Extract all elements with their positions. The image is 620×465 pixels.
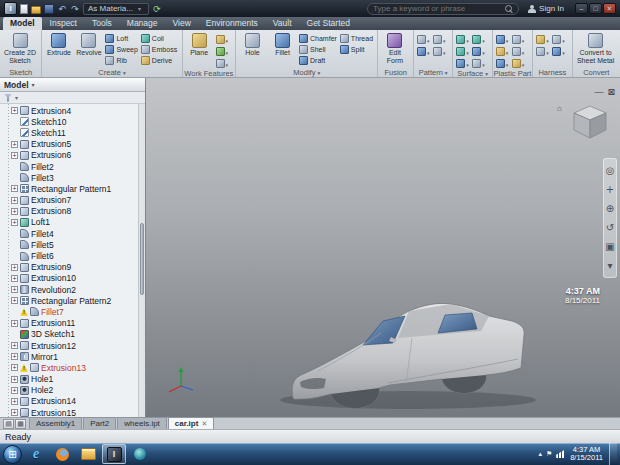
snap-fit-icon[interactable]	[512, 46, 527, 57]
expand-icon[interactable]	[11, 320, 18, 327]
tree-item[interactable]: Hole1	[4, 374, 145, 385]
tree-item[interactable]: Fillet2	[4, 161, 145, 172]
material-dropdown[interactable]: As Materia... ▾	[83, 3, 149, 15]
action-center-icon[interactable]: ⚑	[546, 450, 552, 458]
expand-icon[interactable]	[11, 376, 18, 383]
tile-windows-icon[interactable]	[15, 419, 26, 429]
grille-icon[interactable]	[496, 34, 511, 45]
pan-icon[interactable]: +	[604, 180, 616, 199]
fillet-button[interactable]: Fillet	[269, 32, 296, 57]
coil-button[interactable]: Coil	[141, 33, 177, 43]
tree-item[interactable]: Hole2	[4, 385, 145, 396]
patch-icon[interactable]	[456, 46, 471, 57]
tree-item[interactable]: Rectangular Pattern1	[4, 183, 145, 194]
split-button[interactable]: Split	[340, 44, 373, 54]
ribbon-tab[interactable]: Model	[3, 17, 42, 30]
work-axis-icon[interactable]	[216, 34, 231, 45]
trim-icon[interactable]	[472, 46, 487, 57]
maximize-button[interactable]: □	[589, 3, 602, 14]
ribbon-tab[interactable]: Get Started	[300, 17, 357, 30]
expand-icon[interactable]	[11, 152, 18, 159]
thread-button[interactable]: Thread	[340, 33, 373, 43]
tree-item[interactable]: Extrusion12	[4, 340, 145, 351]
show-desktop-button[interactable]	[609, 443, 617, 465]
expand-icon[interactable]	[11, 387, 18, 394]
emboss-button[interactable]: Emboss	[141, 44, 177, 54]
tree-item[interactable]: Fillet7	[4, 306, 145, 317]
taskbar-clock[interactable]: 4:37 AM 8/15/2011	[568, 446, 605, 463]
more-tools-icon[interactable]: ▾	[604, 256, 616, 275]
save-icon[interactable]	[44, 4, 54, 14]
lip-icon[interactable]	[512, 58, 527, 69]
chevron-down-icon[interactable]: ▾	[15, 94, 18, 101]
tree-item[interactable]: Extrusion11	[4, 318, 145, 329]
create-2d-sketch-button[interactable]: Create 2D Sketch	[3, 32, 37, 64]
ribbon-tab[interactable]: Vault	[266, 17, 299, 30]
connector-icon[interactable]	[552, 46, 567, 57]
view-cube[interactable]: ⌂	[568, 102, 612, 144]
loft-button[interactable]: Loft	[105, 33, 137, 43]
expand-icon[interactable]	[11, 185, 18, 192]
tree-item[interactable]: Extrusion6	[4, 150, 145, 161]
car-model-canvas[interactable]	[146, 78, 620, 417]
expand-icon[interactable]	[11, 286, 18, 293]
rib-button[interactable]: Rib	[105, 55, 137, 65]
arrange-windows-icon[interactable]	[3, 419, 14, 429]
hole-button[interactable]: Hole	[239, 32, 266, 57]
sweep-button[interactable]: Sweep	[105, 44, 137, 54]
tree-item[interactable]: Loft1	[4, 217, 145, 228]
plane-button[interactable]: Plane	[186, 32, 213, 57]
ribbon-tab[interactable]: Environments	[199, 17, 265, 30]
stitch-icon[interactable]	[456, 34, 471, 45]
undo-icon[interactable]: ↶	[57, 4, 67, 14]
document-tab[interactable]: Part2	[83, 417, 116, 429]
tree-item[interactable]: Extrusion4	[4, 105, 145, 116]
route-icon[interactable]	[552, 34, 567, 45]
tree-item[interactable]: Rectangular Pattern2	[4, 295, 145, 306]
expand-icon[interactable]	[11, 275, 18, 282]
tree-item[interactable]: Extrusion13	[4, 362, 145, 373]
expand-icon[interactable]	[11, 219, 18, 226]
work-point-icon[interactable]	[216, 46, 231, 57]
tree-item[interactable]: Extrusion14	[4, 396, 145, 407]
document-close-icon[interactable]: ⊠	[607, 88, 615, 97]
tree-item[interactable]: Extrusion8	[4, 206, 145, 217]
work-ucs-icon[interactable]	[216, 58, 231, 69]
delete-face-icon[interactable]	[472, 58, 487, 69]
filter-icon[interactable]	[4, 94, 12, 102]
expand-icon[interactable]	[11, 264, 18, 271]
mirror-icon[interactable]	[417, 46, 432, 57]
rectangular-pattern-icon[interactable]	[417, 34, 432, 45]
tree-item[interactable]: Fillet4	[4, 228, 145, 239]
browser-header[interactable]: Model ▾	[0, 78, 145, 92]
edit-form-button[interactable]: Edit Form	[381, 32, 408, 64]
expand-icon[interactable]	[11, 197, 18, 204]
tree-item[interactable]: Fillet5	[4, 239, 145, 250]
extrude-button[interactable]: Extrude	[45, 32, 72, 57]
model-viewport[interactable]: — ⊠ ⌂ ◎ + ⊕ ↺ ▣ ▾	[146, 78, 620, 417]
tree-item[interactable]: Fillet6	[4, 250, 145, 261]
tree-item[interactable]: Sketch11	[4, 127, 145, 138]
start-button[interactable]	[3, 445, 22, 464]
revolve-button[interactable]: Revolve	[75, 32, 102, 57]
circular-pattern-icon[interactable]	[433, 34, 448, 45]
close-button[interactable]: ✕	[603, 3, 616, 14]
tree-item[interactable]: Extrusion10	[4, 273, 145, 284]
update-icon[interactable]: ⟳	[152, 4, 162, 14]
expand-icon[interactable]	[11, 107, 18, 114]
look-at-icon[interactable]: ▣	[604, 237, 616, 256]
windows-explorer-icon[interactable]	[76, 444, 100, 464]
home-icon[interactable]: ⌂	[557, 104, 562, 113]
tree-item[interactable]: Fillet3	[4, 172, 145, 183]
expand-icon[interactable]	[11, 342, 18, 349]
ribbon-tab[interactable]: Tools	[85, 17, 119, 30]
firefox-icon[interactable]	[50, 444, 74, 464]
open-file-icon[interactable]	[31, 6, 41, 14]
tree-item[interactable]: Revolution2	[4, 284, 145, 295]
zoom-icon[interactable]: ⊕	[604, 199, 616, 218]
sketch-driven-pattern-icon[interactable]	[433, 46, 448, 57]
derive-button[interactable]: Derive	[141, 55, 177, 65]
inventor-icon[interactable]	[102, 444, 126, 464]
draft-button[interactable]: Draft	[299, 55, 337, 65]
new-file-icon[interactable]	[20, 4, 28, 14]
